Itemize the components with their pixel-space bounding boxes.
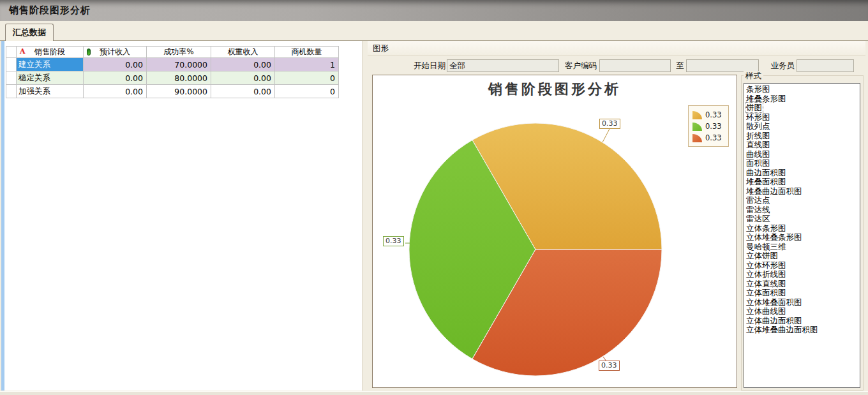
table-row: 建立关系 0.00 70.0000 0.00 1: [6, 58, 339, 71]
cell-opportunity-count[interactable]: 0: [275, 85, 339, 98]
style-list-item[interactable]: 立体直线图: [745, 279, 860, 289]
style-list-item[interactable]: 曼哈顿三维: [745, 242, 860, 252]
style-list-item[interactable]: 条形图: [745, 85, 860, 94]
style-group-box: 样式 条形图 堆叠条形图 饼图 环形图 散列点 折线图 直线图 曲线图 面积图 …: [741, 75, 864, 391]
legend-swatch-orange: [692, 111, 702, 119]
style-list-item[interactable]: 堆叠条形图: [745, 94, 860, 104]
text-column-icon: A: [20, 47, 26, 56]
start-date-label: 开始日期: [410, 59, 445, 72]
legend-item: 0.33: [692, 109, 725, 121]
legend-swatch-red: [692, 134, 702, 142]
table-header-row: A销售阶段 预计收入 成功率% 权重收入 商机数量: [6, 47, 339, 58]
salesman-label: 业务员: [768, 59, 795, 72]
style-list-item[interactable]: 散列点: [745, 122, 860, 131]
title-bar: 销售阶段图形分析: [0, 0, 868, 21]
style-list-item[interactable]: 堆叠面积图: [745, 177, 860, 187]
cell-weighted-income[interactable]: 0.00: [211, 71, 275, 85]
style-list-item-selected[interactable]: 饼图: [745, 103, 860, 113]
style-list-item[interactable]: 立体曲边面积图: [745, 317, 860, 326]
style-list-item[interactable]: 折线图: [745, 131, 860, 141]
style-list-item[interactable]: 立体面积图: [745, 288, 860, 298]
style-group-label: 样式: [744, 71, 763, 82]
cell-stage[interactable]: 稳定关系: [17, 71, 84, 85]
app-window: 销售阶段图形分析 汇总数据 A销售阶段 预计收入 成功率% 权重收入 商机数量 …: [0, 0, 868, 395]
cell-stage[interactable]: 建立关系: [17, 58, 84, 71]
cell-opportunity-count[interactable]: 1: [275, 58, 339, 71]
chart-style-list: 条形图 堆叠条形图 饼图 环形图 散列点 折线图 直线图 曲线图 面积图 曲边面…: [744, 83, 860, 388]
style-list-item[interactable]: 直线图: [745, 140, 860, 150]
style-list-item[interactable]: 面积图: [745, 159, 860, 168]
sales-stage-table: A销售阶段 预计收入 成功率% 权重收入 商机数量 建立关系 0.00 70.0…: [6, 46, 339, 98]
graph-panel-title: 图形: [373, 41, 389, 56]
cell-expected-income[interactable]: 0.00: [84, 58, 147, 71]
cell-stage[interactable]: 加强关系: [17, 85, 84, 98]
customer-code-to-input[interactable]: [686, 59, 759, 72]
customer-code-input[interactable]: [599, 59, 671, 72]
col-header-success-rate[interactable]: 成功率%: [147, 47, 211, 58]
salesman-input[interactable]: [797, 59, 854, 72]
style-list-item[interactable]: 立体折线图: [745, 270, 860, 279]
tab-summary-data[interactable]: 汇总数据: [5, 24, 54, 41]
row-selector-header[interactable]: [6, 47, 17, 58]
cell-expected-income[interactable]: 0.00: [84, 71, 147, 85]
slice-value-label: 0.33: [599, 119, 620, 129]
row-selector[interactable]: [6, 58, 17, 71]
customer-code-label: 客户编码: [562, 59, 597, 72]
cell-success-rate[interactable]: 90.0000: [147, 85, 211, 98]
cell-success-rate[interactable]: 80.0000: [147, 71, 211, 85]
cell-weighted-income[interactable]: 0.00: [211, 58, 275, 71]
cell-weighted-income[interactable]: 0.00: [211, 85, 275, 98]
row-selector[interactable]: [6, 71, 17, 85]
style-list-item[interactable]: 雷达点: [745, 196, 860, 205]
legend-item: 0.33: [692, 132, 725, 144]
start-date-input[interactable]: [447, 59, 559, 72]
slice-value-label: 0.33: [383, 236, 404, 246]
style-list-item[interactable]: 雷达线: [745, 205, 860, 215]
chart-legend: 0.33 0.33 0.33: [688, 105, 729, 147]
graph-panel: 图形 开始日期 客户编码 至 业务员: [368, 41, 865, 391]
legend-item: 0.33: [692, 121, 725, 132]
col-header-opportunity-count[interactable]: 商机数量: [275, 47, 339, 58]
summary-grid-panel: A销售阶段 预计收入 成功率% 权重收入 商机数量 建立关系 0.00 70.0…: [1, 41, 363, 391]
numeric-column-icon: [87, 48, 91, 56]
bottom-strip: [0, 391, 868, 395]
style-list-item[interactable]: 立体条形图: [745, 224, 860, 234]
page-title: 销售阶段图形分析: [9, 4, 91, 17]
cell-opportunity-count[interactable]: 0: [275, 71, 339, 85]
table-row: 稳定关系 0.00 80.0000 0.00 0: [6, 71, 339, 85]
table-row: 加强关系 0.00 90.0000 0.00 0: [6, 85, 339, 98]
legend-swatch-green: [692, 123, 702, 131]
style-list-item[interactable]: 立体曲线图: [745, 307, 860, 317]
style-list-item[interactable]: 立体堆叠条形图: [745, 233, 860, 242]
style-list-item[interactable]: 立体堆叠面积图: [745, 298, 860, 308]
tab-strip: 汇总数据: [0, 21, 868, 41]
pie-chart-area: 销售阶段图形分析 0.33 0.33 0.33 0.33 0.33 0.33: [372, 75, 737, 388]
to-label: 至: [674, 59, 684, 72]
row-selector[interactable]: [6, 85, 17, 98]
style-list-item[interactable]: 曲线图: [745, 150, 860, 160]
chart-title: 销售阶段图形分析: [373, 80, 737, 99]
col-header-stage[interactable]: A销售阶段: [17, 47, 84, 58]
style-list-item[interactable]: 堆叠曲边面积图: [745, 187, 860, 197]
col-header-expected-income[interactable]: 预计收入: [84, 47, 147, 58]
style-list-item[interactable]: 立体环形图: [745, 261, 860, 271]
pie-chart: [373, 75, 737, 387]
col-header-weighted-income[interactable]: 权重收入: [211, 47, 275, 58]
cell-success-rate[interactable]: 70.0000: [147, 58, 211, 71]
cell-expected-income[interactable]: 0.00: [84, 85, 147, 98]
style-list-item[interactable]: 环形图: [745, 113, 860, 123]
graph-panel-header: 图形: [368, 41, 865, 56]
style-list-item[interactable]: 曲边面积图: [745, 168, 860, 178]
style-list-item[interactable]: 雷达区: [745, 214, 860, 224]
callout-tick-1: [602, 129, 610, 142]
style-list-item[interactable]: 立体饼图: [745, 251, 860, 261]
slice-value-label: 0.33: [599, 361, 620, 371]
style-list-item[interactable]: 立体堆叠曲边面积图: [745, 325, 860, 335]
